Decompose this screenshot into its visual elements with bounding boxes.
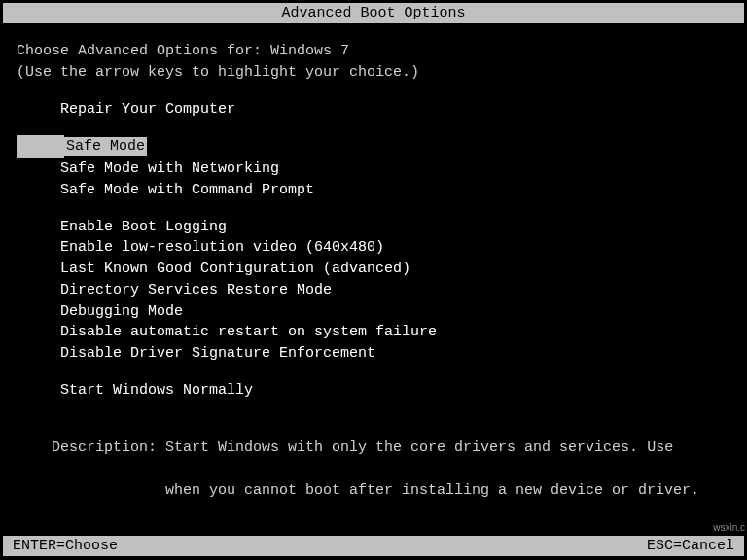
menu-group: Start Windows Normally	[17, 380, 730, 402]
menu-group: Safe Mode Safe Mode with Networking Safe…	[17, 135, 730, 200]
footer-enter: ENTER=Choose	[13, 538, 118, 554]
menu-item-label: Directory Services Restore Mode	[60, 282, 332, 298]
menu-group: Enable Boot Logging Enable low-resolutio…	[17, 217, 730, 365]
footer-esc: ESC=Cancel	[647, 538, 734, 554]
footer-bar: ENTER=Choose ESC=Cancel	[3, 536, 744, 556]
description-text2: when you cannot boot after installing a …	[52, 482, 699, 499]
menu-item[interactable]: Disable Driver Signature Enforcement	[17, 343, 730, 365]
indent	[17, 99, 60, 121]
watermark: wsxin.c	[713, 522, 745, 533]
menu-item[interactable]: Debugging Mode	[17, 301, 730, 323]
instruction-line1: Choose Advanced Options for: Windows 7	[17, 41, 730, 62]
indent	[17, 259, 60, 280]
indent	[17, 280, 60, 301]
menu-item-label: Debugging Mode	[60, 303, 183, 320]
indent	[17, 135, 64, 158]
menu-item[interactable]: Directory Services Restore Mode	[17, 280, 730, 301]
title-text: Advanced Boot Options	[281, 5, 465, 21]
menu-item[interactable]: Enable low-resolution video (640x480)	[17, 237, 730, 259]
description-label: Description:	[52, 439, 165, 456]
menu-item-label: Enable low-resolution video (640x480)	[60, 239, 384, 256]
indent	[17, 322, 60, 343]
description: Description: Start Windows with only the…	[17, 417, 730, 523]
instruction-line2: (Use the arrow keys to highlight your ch…	[17, 62, 730, 84]
indent	[17, 343, 60, 365]
indent	[17, 237, 60, 259]
menu-item-label: Disable Driver Signature Enforcement	[60, 345, 375, 362]
menu-item[interactable]: Disable automatic restart on system fail…	[17, 322, 730, 343]
menu-item[interactable]: Enable Boot Logging	[17, 217, 730, 238]
title-bar: Advanced Boot Options	[3, 3, 744, 23]
menu-item-label: Safe Mode with Command Prompt	[60, 182, 314, 198]
menu-item-label: Disable automatic restart on system fail…	[60, 324, 437, 340]
description-text1: Start Windows with only the core drivers…	[165, 439, 673, 456]
menu-item[interactable]: Safe Mode with Networking	[17, 158, 730, 180]
indent	[17, 380, 60, 402]
menu-item[interactable]: Safe Mode	[17, 135, 730, 158]
menu-item-label: Last Known Good Configuration (advanced)	[60, 261, 410, 277]
menu-item-label: Start Windows Normally	[60, 382, 253, 399]
indent	[17, 217, 60, 238]
menu-item[interactable]: Safe Mode with Command Prompt	[17, 180, 730, 201]
indent	[17, 301, 60, 323]
menu-item[interactable]: Repair Your Computer	[17, 99, 730, 121]
indent	[17, 180, 60, 201]
indent	[17, 158, 60, 180]
menu-list: Repair Your Computer Safe Mode Safe Mode…	[17, 99, 730, 402]
content-area: Choose Advanced Options for: Windows 7 (…	[3, 41, 744, 522]
menu-item[interactable]: Start Windows Normally	[17, 380, 730, 402]
menu-group: Repair Your Computer	[17, 99, 730, 121]
menu-item-label: Safe Mode	[64, 137, 147, 156]
menu-item-label: Safe Mode with Networking	[60, 160, 279, 177]
menu-item-label: Repair Your Computer	[60, 101, 235, 118]
menu-item[interactable]: Last Known Good Configuration (advanced)	[17, 259, 730, 280]
menu-item-label: Enable Boot Logging	[60, 219, 227, 235]
